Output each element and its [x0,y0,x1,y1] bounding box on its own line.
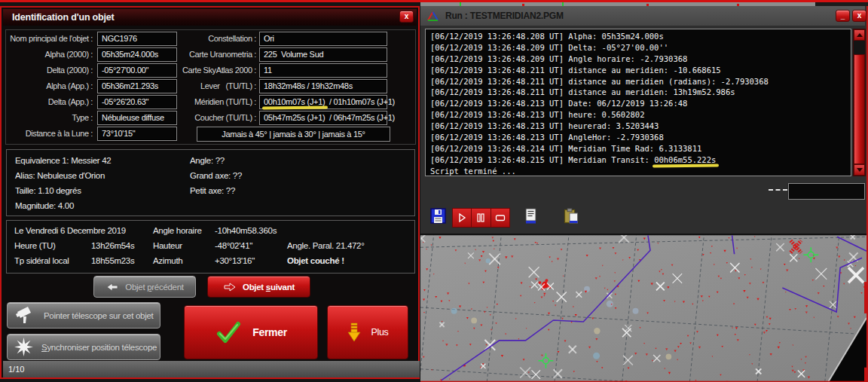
log-line: [06/12/2019 13:26:48.213 UT] heurerad: 3… [430,121,851,132]
scroll-down-icon[interactable] [854,164,865,176]
close-icon[interactable]: x [852,10,866,22]
alias-text: Alias: Nebuleuse d'Orion [15,171,105,180]
coucher-field[interactable]: 05h47m25s (J+1) / 06h47m25s (J+1) [259,111,387,125]
field-label: Nom principal de l'objet : [2,34,93,46]
identification-dialog: Identification d'un objet x Nom principa… [0,6,420,379]
minimize-icon[interactable]: _ [836,10,850,22]
log-line: [06/12/2019 13:26:48.213 UT] AngleHor: -… [430,132,851,143]
save-button[interactable] [430,208,446,224]
dialog-title-bar[interactable]: Identification d'un objet [3,9,417,26]
next-object-button[interactable]: Objet suivant [207,276,310,298]
field-label: Alpha (2000) : [2,50,93,62]
log-line-meridian-transit: [06/12/2019 13:26:48.215 UT] Meridian Tr… [430,154,851,166]
field-label: Coucher (TU/TL) : [157,113,256,125]
log-line: [06/12/2019 13:26:48.211 UT] distance au… [430,87,851,98]
hour-angle-value: -10h40m58.360s [215,226,277,235]
field-label: Lever (TU/TL) : [157,81,256,93]
field-label: Type : [2,113,93,125]
log-line: [06/12/2019 13:26:48.208 UT] Alpha: 05h3… [430,31,851,42]
log-line: [06/12/2019 13:26:48.213 UT] heure: 0.56… [430,109,851,121]
object-set-status: Objet couché ! [287,256,344,265]
star-map[interactable] [420,234,866,382]
close-dialog-button[interactable]: Fermer [184,305,318,359]
stop-script-button[interactable] [491,209,509,227]
date-text: Le Vendredi 6 Decembre 2019 [14,226,126,235]
dashed-marker [769,189,787,191]
prism-logo-icon [426,11,439,22]
run-window-title: Run : TESTMERIDIAN2.PGM [445,11,564,21]
starburst-icon [14,337,34,357]
close-dialog-label: Fermer [252,326,287,338]
arrow-left-icon [105,283,119,292]
more-button[interactable]: Plus [327,305,408,359]
log-line: [06/12/2019 13:26:48.211 UT] distance au… [430,76,851,87]
save-icon [430,208,446,224]
sideral-label: Tp sidéral local [14,256,69,265]
field-label: Carte SkyAtlas 2000 : [157,66,256,78]
heure-label: Heure (TU) [14,241,56,250]
point-telescope-button[interactable]: Pointer télescope sur cet objet [7,302,160,329]
script-control-group [452,208,510,228]
dialog-title: Identification d'un objet [12,12,114,23]
previous-object-label: Objet précédent [125,283,183,292]
heure-value: 13h26m54s [91,241,134,250]
paste-icon [564,208,579,224]
equivalence-text: Equivalence 1: Messier 42 [15,156,111,165]
log-line: [06/12/2019 13:26:48.214 UT] Meridian Ti… [430,143,851,154]
star-map-svg[interactable] [420,235,866,382]
major-axis-text: Grand axe: ?? [190,171,242,180]
size-text: Taille: 1.10 degrés [15,186,81,195]
magnitude-text: Magnitude: 4.00 [15,201,74,210]
pause-script-button[interactable] [472,209,491,227]
log-line: [06/12/2019 13:26:48.211 UT] distance au… [430,65,851,76]
previous-object-button[interactable]: Objet précédent [93,276,196,298]
run-title-bar[interactable]: Run : TESTMERIDIAN2.PGM [420,6,865,26]
scrollbar-thumb[interactable] [854,54,865,164]
field-label: Alpha (App.) : [2,81,93,93]
script-log-output[interactable]: [06/12/2019 13:26:48.208 UT] Alpha: 05h3… [425,29,851,176]
field-label: Distance à la Lune : [2,129,93,141]
sideral-value: 18h55m23s [91,256,134,265]
meridien-field[interactable]: 00h10m07s (J+1) / 01h10m07s (J+1) [259,95,387,109]
close-icon[interactable]: x [399,11,414,23]
more-label: Plus [371,327,388,338]
script-source-button[interactable] [524,208,537,224]
pause-icon [475,212,486,223]
run-script-button[interactable] [453,209,472,227]
field-label: Delta (App.) : [2,97,93,109]
hour-angle-label: Angle horaire [153,226,202,235]
arrow-down-icon [347,322,362,343]
parallactic-angle-text: Angle. Paral. 21.472° [287,241,365,250]
paste-button[interactable] [564,208,579,224]
constellation-field[interactable]: Ori [259,32,387,46]
field-label: Méridien (TU/TL) : [157,97,256,109]
altitude-value: -48°02'41" [215,241,252,250]
script-input-field[interactable] [788,183,865,200]
script-icon [524,208,537,224]
field-label: Delta (2000) : [2,66,93,78]
azimuth-label: Azimuth [153,256,182,265]
telescope-icon [15,307,35,325]
sync-telescope-button[interactable]: Synchroniser position télescope [7,334,160,360]
play-icon [457,212,467,223]
app-stage: Identification d'un objet x Nom principa… [0,0,868,382]
moon-distance-field[interactable]: 73°10'15" [97,127,177,141]
lever-field[interactable]: 18h32m48s / 19h32m48s [259,79,387,93]
altitude-label: Hauteur [153,241,182,250]
stop-icon [494,212,506,223]
ephemeris-box: Le Vendredi 6 Decembre 2019 Heure (TU) 1… [6,220,415,274]
point-telescope-label: Pointer télescope sur cet objet [44,311,153,320]
check-icon [215,320,242,344]
dialog-status-bar: 1/10 [3,361,420,377]
uranometria-field[interactable]: 225 Volume Sud [259,47,387,62]
minor-axis-text: Petit axe: ?? [190,186,235,195]
visibility-note: Jamais à 45° | jamais à 30° | jamais à 1… [197,127,390,142]
scroll-up-icon[interactable] [854,29,865,41]
meridien-rest: / 01h10m07s (J+1) [325,97,394,106]
log-line: [06/12/2019 13:26:48.213 UT] Date: 06/12… [430,98,851,109]
meridien-highlight: 00h10m07s (J+1) [264,97,325,106]
skyatlas-field[interactable]: 11 [259,63,387,78]
log-line: [06/12/2019 13:26:48.209 UT] Delta: -05°… [430,42,851,53]
log-scrollbar[interactable] [853,29,866,176]
log-line: [06/12/2019 13:26:48.209 UT] Angle horai… [430,53,851,65]
